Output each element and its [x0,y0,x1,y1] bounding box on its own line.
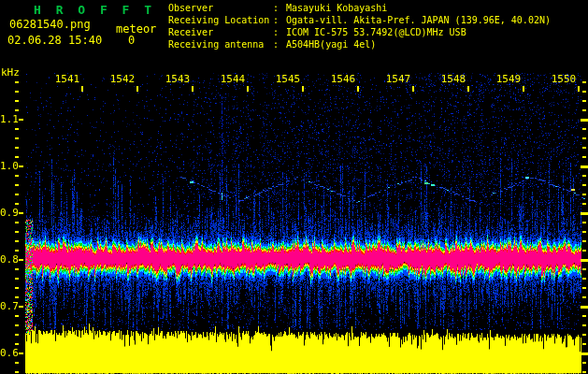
x-tick-label: 1547 [386,74,411,85]
x-tick-label: 1542 [110,74,136,85]
station-info-block: Observer:Masayuki Kobayashi Receiving Lo… [168,2,551,50]
echo-count: 0 [128,34,135,47]
info-row-receiver: Receiver:ICOM IC-575 53.7492(@LCD)MHz US… [168,26,551,38]
x-tick-label: 1543 [165,74,191,85]
info-separator: : [273,38,286,50]
hrofft-screen: H R O F F T 06281540.png meteor 02.06.28… [0,0,588,374]
info-row-observer: Observer:Masayuki Kobayashi [168,2,551,14]
y-tick-label: 0.7 [0,301,18,312]
y-tick-label: 0.6 [0,348,18,359]
info-value: Masayuki Kobayashi [286,2,551,14]
info-separator: : [273,26,286,38]
info-value: Ogata-vill. Akita-Pref. JAPAN (139.96E, … [286,14,551,26]
x-tick-label: 1550 [552,74,577,85]
info-label: Receiver [168,26,273,38]
info-value: ICOM IC-575 53.7492(@LCD)MHz USB [286,26,551,38]
y-tick-label: 0.8 [0,254,18,266]
x-tick-label: 1544 [221,74,246,85]
x-tick-label: 1541 [55,74,80,85]
info-row-location: Receiving Location:Ogata-vill. Akita-Pre… [168,14,551,26]
info-value: A504HB(yagi 4el) [286,38,551,50]
app-title: H R O F F T [34,3,155,17]
info-row-antenna: Receiving antenna:A504HB(yagi 4el) [168,38,551,50]
observation-datetime: 02.06.28 15:40 [7,34,102,47]
y-tick-label: 1.0 [0,161,18,172]
x-tick-label: 1548 [441,74,466,85]
info-label: Receiving Location [168,14,273,26]
info-separator: : [273,14,286,26]
spectrogram-canvas [0,0,588,374]
info-label: Receiving antenna [168,38,273,50]
y-tick-label: 1.1 [0,114,18,125]
x-tick-label: 1545 [276,74,301,85]
mode-label: meteor [116,22,156,36]
x-tick-label: 1546 [331,74,356,85]
output-filename: 06281540.png [9,18,91,31]
x-tick-label: 1549 [496,74,522,85]
y-tick-label: 0.9 [0,208,18,219]
info-separator: : [273,2,286,14]
y-axis-unit-label: kHz [1,66,20,79]
info-label: Observer [168,2,273,14]
